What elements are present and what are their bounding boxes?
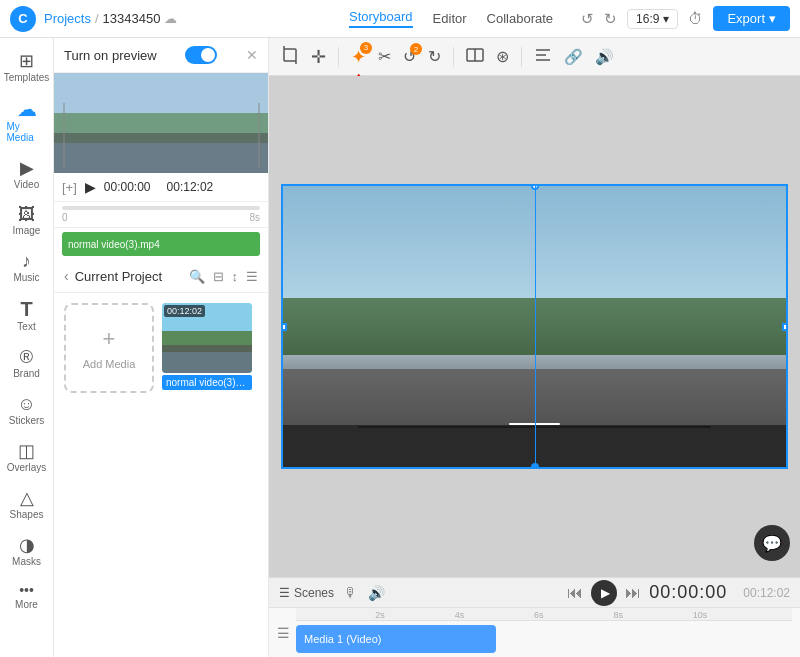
link-tool[interactable]: 🔗	[564, 48, 583, 66]
toolbar-divider-2	[453, 47, 454, 67]
total-duration: 00:12:02	[167, 180, 214, 194]
sidebar-item-video[interactable]: ▶ Video	[3, 153, 51, 196]
crop-icon	[281, 50, 299, 67]
magic2-icon: ⊛	[496, 48, 509, 65]
toolbar-divider-3	[521, 47, 522, 67]
rotate-back-tool[interactable]: ↺ 2	[403, 47, 416, 66]
align-tool[interactable]	[534, 48, 552, 66]
panel-close-button[interactable]: ✕	[246, 47, 258, 63]
sidebar-label-more: More	[15, 599, 38, 610]
ruler-marks: 2s 4s 6s 8s 10s	[296, 608, 792, 621]
move-tool[interactable]: ✛	[311, 46, 326, 68]
app-logo[interactable]: C	[10, 6, 36, 32]
track-label: Media 1 (Video)	[304, 633, 381, 645]
sidebar-item-templates[interactable]: ⊞ Templates	[3, 46, 51, 89]
video-icon: ▶	[20, 159, 34, 177]
clock-button[interactable]: ⏱	[688, 10, 703, 27]
export-button[interactable]: Export ▾	[713, 6, 790, 31]
more-icon: •••	[19, 583, 34, 597]
sidebar-label-video: Video	[14, 179, 39, 190]
sidebar-item-my-media[interactable]: ☁ My Media	[3, 93, 51, 149]
video-canvas[interactable]	[281, 184, 788, 469]
media-item[interactable]: 00:12:02 normal video(3).m...	[162, 303, 252, 647]
svg-rect-8	[162, 345, 252, 373]
preview-label: Turn on preview	[64, 48, 157, 63]
image-icon: 🖼	[18, 206, 35, 223]
search-icon[interactable]: 🔍	[189, 269, 205, 284]
media-grid: + Add Media 00:12:02 normal video(3).m..…	[54, 293, 268, 657]
track-lane-icon[interactable]: ☰	[277, 625, 290, 641]
nav-storyboard[interactable]: Storyboard	[349, 9, 413, 28]
magic-tool-2[interactable]: ⊛	[496, 47, 509, 66]
play-button[interactable]: ▶	[85, 179, 96, 195]
scenes-label: Scenes	[294, 586, 334, 600]
sidebar-item-shapes[interactable]: △ Shapes	[3, 483, 51, 526]
top-right-controls: ↺ ↻ 16:9 ▾ ⏱ Export ▾	[581, 6, 790, 31]
mic-button[interactable]: 🎙	[344, 585, 358, 601]
svg-rect-9	[284, 49, 296, 61]
sidebar-item-music[interactable]: ♪ Music	[3, 246, 51, 289]
split-tool[interactable]	[466, 46, 484, 68]
scrubber[interactable]: 0 8s	[54, 202, 268, 228]
scenes-button[interactable]: ☰ Scenes	[279, 586, 334, 600]
back-button[interactable]: ‹	[64, 268, 69, 284]
canvas-handle-left[interactable]	[281, 323, 287, 331]
view-icon[interactable]: ☰	[246, 269, 258, 284]
nav-collaborate[interactable]: Collaborate	[487, 11, 554, 26]
media-thumbnail: 00:12:02	[162, 303, 252, 373]
media-duration: 00:12:02	[164, 305, 205, 317]
sidebar-item-more[interactable]: ••• More	[3, 577, 51, 616]
skip-back-button[interactable]: ⏮	[567, 584, 583, 602]
sidebar-label-music: Music	[13, 272, 39, 283]
canvas-handle-right[interactable]	[782, 323, 788, 331]
toolbar-divider-1	[338, 47, 339, 67]
video-preview-thumbnail	[54, 73, 268, 173]
chat-bubble-button[interactable]: 💬	[754, 525, 790, 561]
magic-tool-1[interactable]: ✦ 3 ↑	[351, 46, 366, 68]
editor-toolbar: ✛ ✦ 3 ↑ ✂ ↺ 2 ↻	[269, 38, 800, 76]
sort-icon[interactable]: ↕	[232, 269, 239, 284]
sidebar-item-brand[interactable]: ® Brand	[3, 342, 51, 385]
redo-button[interactable]: ↻	[604, 10, 617, 28]
crop-tool[interactable]	[281, 46, 299, 68]
project-title: Current Project	[75, 269, 183, 284]
nav-editor[interactable]: Editor	[433, 11, 467, 26]
music-icon: ♪	[22, 252, 31, 270]
scissors-tool[interactable]: ✂	[378, 47, 391, 66]
video-strip-label: normal video(3).mp4	[68, 239, 160, 250]
undo-button[interactable]: ↺	[581, 10, 594, 28]
sidebar-item-text[interactable]: T Text	[3, 293, 51, 338]
time-total: 00:12:02	[743, 586, 790, 600]
ratio-selector[interactable]: 16:9 ▾	[627, 9, 678, 29]
audio-tool[interactable]: 🔊	[595, 48, 614, 66]
breadcrumb-projects[interactable]: Projects	[44, 11, 91, 26]
bracket-button[interactable]: [+]	[62, 180, 77, 195]
sidebar-item-overlays[interactable]: ◫ Overlays	[3, 436, 51, 479]
align-icon	[534, 48, 552, 65]
ruler-mark-10s: 10s	[693, 610, 708, 620]
filter-icon[interactable]: ⊟	[213, 269, 224, 284]
player-controls: [+] ▶ 00:00:00 00:12:02	[54, 173, 268, 202]
reset-tool[interactable]: ↻	[428, 47, 441, 66]
sidebar-item-masks[interactable]: ◑ Masks	[3, 530, 51, 573]
video-track-block[interactable]: Media 1 (Video)	[296, 625, 496, 653]
project-header: ‹ Current Project 🔍 ⊟ ↕ ☰	[54, 260, 268, 293]
skip-forward-button[interactable]: ⏭	[625, 584, 641, 602]
canvas-container: 💬	[269, 76, 800, 577]
scenes-icon: ☰	[279, 586, 290, 600]
scrubber-track[interactable]	[62, 206, 260, 210]
preview-toggle[interactable]	[185, 46, 217, 64]
thumbnail-svg	[54, 73, 268, 173]
tl-play-icon: ▶	[601, 586, 610, 600]
add-media-button[interactable]: + Add Media	[64, 303, 154, 393]
sidebar-label-stickers: Stickers	[9, 415, 45, 426]
sidebar-item-stickers[interactable]: ☺ Stickers	[3, 389, 51, 432]
canvas-handle-bottom[interactable]	[531, 463, 539, 469]
ruler-mark-4s: 4s	[455, 610, 465, 620]
timeline-play-button[interactable]: ▶	[591, 580, 617, 606]
sidebar-item-image[interactable]: 🖼 Image	[3, 200, 51, 242]
sound-button[interactable]: 🔊	[368, 585, 385, 601]
sidebar-label-image: Image	[13, 225, 41, 236]
cloud-icon: ☁	[164, 11, 177, 26]
sidebar-label-overlays: Overlays	[7, 462, 46, 473]
